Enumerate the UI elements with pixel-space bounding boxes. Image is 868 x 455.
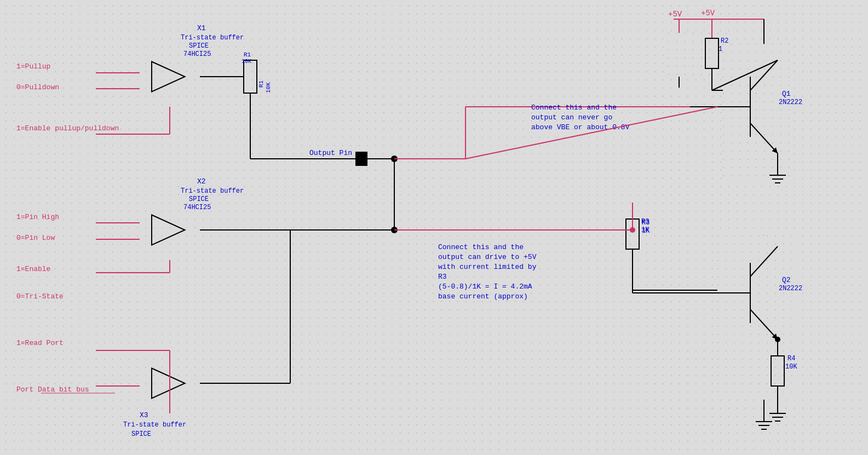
circuit-canvas <box>0 0 868 455</box>
schematic-diagram <box>0 0 868 455</box>
